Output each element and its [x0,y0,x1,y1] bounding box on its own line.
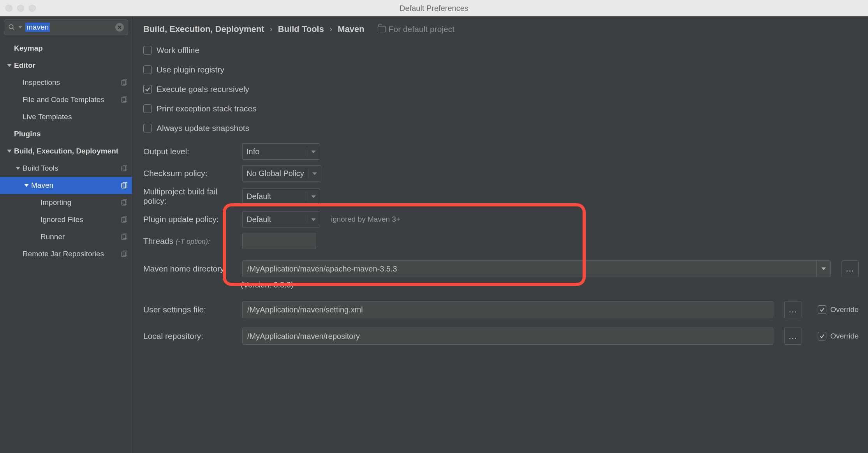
chevron-right-icon: › [269,24,272,34]
sidebar: maven Keymap Editor Inspections File and… [0,16,132,453]
svg-line-1 [12,28,14,30]
chevron-down-icon [7,150,12,153]
user-settings-file-field[interactable]: /MyApplication/maven/setting.xml [242,301,773,318]
breadcrumb: Build, Execution, Deployment › Build Too… [143,24,859,34]
work-offline-checkbox[interactable] [143,46,152,55]
maven-home-directory-field[interactable]: /MyApplication/maven/apache-maven-3.5.3 [242,260,831,277]
svg-point-0 [9,25,13,29]
clear-search-button[interactable] [115,23,124,32]
tree-item-plugins[interactable]: Plugins [0,125,132,143]
print-exception-stack-traces-checkbox[interactable] [143,104,152,113]
tree-item-build-execution-deployment[interactable]: Build, Execution, Deployment [0,143,132,160]
copy-icon [120,233,127,240]
override-label: Override [830,332,859,340]
chevron-right-icon: › [329,24,332,34]
always-update-snapshots-checkbox[interactable] [143,124,152,132]
chevron-down-icon [311,150,316,154]
copy-icon [120,96,127,103]
chevron-down-icon [312,171,317,176]
copy-icon [120,79,127,86]
plugin-update-policy-select[interactable]: Default [242,211,320,227]
tree-item-remote-jar-repositories[interactable]: Remote Jar Repositories [0,245,132,263]
tree-item-ignored-files[interactable]: Ignored Files [0,211,132,228]
output-level-select[interactable]: Info [242,143,320,160]
local-repository-override-checkbox[interactable] [818,332,826,340]
checkbox-label: Use plugin registry [157,65,224,74]
search-value: maven [25,23,50,32]
checkbox-label: Print exception stack traces [157,104,257,113]
copy-icon [120,182,127,189]
threads-label: Threads (-T option): [143,236,235,246]
tree-item-keymap[interactable]: Keymap [0,40,132,57]
tree-item-runner[interactable]: Runner [0,228,132,245]
copy-icon [120,165,127,172]
override-label: Override [830,305,859,314]
search-input[interactable]: maven [4,19,128,35]
checksum-policy-select[interactable]: No Global Policy [242,165,321,182]
checksum-policy-label: Checksum policy: [143,169,235,178]
tree-item-inspections[interactable]: Inspections [0,74,132,91]
local-repository-field[interactable]: /MyApplication/maven/repository [242,328,773,345]
chevron-down-icon [24,184,29,187]
scope-label: For default project [378,25,454,34]
threads-input[interactable] [242,233,316,249]
copy-icon [120,199,127,206]
maven-home-directory-label: Maven home directory: [143,264,235,273]
settings-tree: Keymap Editor Inspections File and Code … [0,38,132,453]
user-settings-override-checkbox[interactable] [818,305,826,314]
local-repository-label: Local repository: [143,331,235,341]
tree-item-maven[interactable]: Maven [0,177,132,194]
plugin-update-policy-label: Plugin update policy: [143,215,235,224]
main-panel: Build, Execution, Deployment › Build Too… [132,16,868,453]
tree-item-editor[interactable]: Editor [0,57,132,74]
maven-home-dropdown-button[interactable] [816,261,830,277]
copy-icon [120,250,127,257]
checkbox-label: Work offline [157,46,199,55]
tree-item-file-code-templates[interactable]: File and Code Templates [0,91,132,108]
maven-version-label: (Version: 3.5.3) [241,280,859,289]
tree-item-live-templates[interactable]: Live Templates [0,108,132,125]
titlebar: Default Preferences [0,0,868,16]
plugin-update-note: ignored by Maven 3+ [331,215,400,224]
search-icon [8,24,15,31]
user-settings-file-label: User settings file: [143,305,235,314]
checkbox-label: Always update snapshots [157,123,249,133]
chevron-down-icon [311,217,316,222]
output-level-label: Output level: [143,147,235,156]
chevron-down-icon [311,194,316,199]
copy-icon [120,216,127,223]
chevron-down-icon [821,266,826,271]
multiproject-policy-select[interactable]: Default [242,188,320,204]
execute-goals-recursively-checkbox[interactable] [143,85,152,93]
user-settings-browse-button[interactable]: ... [784,301,801,318]
use-plugin-registry-checkbox[interactable] [143,65,152,74]
chevron-down-icon [18,25,22,29]
checkbox-label: Execute goals recursively [157,85,249,94]
window-title: Default Preferences [0,4,868,13]
project-icon [378,26,386,32]
maven-home-browse-button[interactable]: ... [842,260,859,277]
chevron-down-icon [16,167,20,170]
tree-item-importing[interactable]: Importing [0,194,132,211]
breadcrumb-item[interactable]: Build, Execution, Deployment [143,24,264,34]
multiproject-policy-label: Multiproject build fail policy: [143,187,235,206]
tree-item-build-tools[interactable]: Build Tools [0,160,132,177]
local-repository-browse-button[interactable]: ... [784,328,801,345]
chevron-down-icon [7,64,12,67]
x-icon [117,25,122,30]
breadcrumb-item[interactable]: Build Tools [278,24,324,34]
breadcrumb-item[interactable]: Maven [338,24,364,34]
